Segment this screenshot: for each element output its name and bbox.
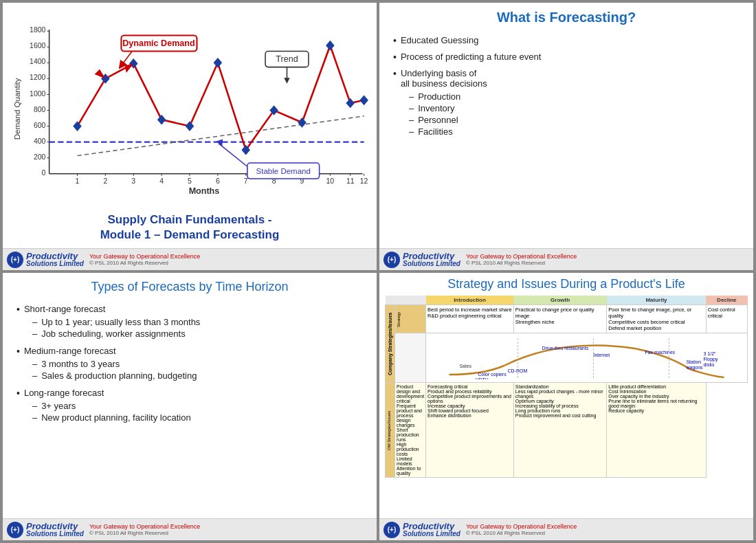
slide2-footer: (+) Productivity Solutions Limited Your …	[379, 248, 753, 270]
svg-text:1200: 1200	[30, 74, 45, 81]
footer-copyright-2: © PSL 2010 All Rights Reserved	[466, 260, 577, 266]
svg-marker-60	[359, 95, 368, 105]
svg-marker-58	[326, 41, 335, 51]
bullet-3: Underlying basis ofall business decision…	[393, 68, 740, 138]
footer-tagline: Your Gateway to Operational Excellence	[89, 253, 200, 260]
slide1-footer: (+) Productivity Solutions Limited Your …	[3, 248, 377, 270]
svg-text:0: 0	[42, 169, 46, 177]
footer-icon-3: (+)	[7, 522, 23, 538]
svg-text:600: 600	[34, 122, 46, 129]
svg-text:12: 12	[360, 177, 368, 185]
footer-logo-3: Productivity Solutions Limited	[26, 522, 84, 538]
svg-text:11: 11	[346, 177, 355, 185]
footer-tagline-3: Your Gateway to Operational Excellence	[89, 523, 200, 530]
svg-marker-53	[186, 121, 194, 131]
issues-decline: Little product differentiationCost minim…	[607, 383, 706, 478]
col-maturity: Maturity	[607, 296, 706, 305]
strategy-row: Company Strategies/Issues Strategy Best …	[386, 305, 748, 333]
svg-text:disks: disks	[704, 362, 715, 367]
svg-text:Internet: Internet	[594, 353, 610, 357]
svg-text:Floppy: Floppy	[704, 357, 719, 362]
footer-icon-2: (+)	[383, 252, 400, 268]
footer-logo-4: Productivity Solutions Limited	[403, 522, 460, 538]
footer-logo: Productivity Solutions Limited	[26, 252, 84, 267]
svg-text:400: 400	[34, 137, 46, 145]
strategy-growth: Practical to change price or quality ima…	[513, 305, 606, 333]
svg-text:800: 800	[34, 106, 46, 113]
issues-maturity: StandardizationLess rapid product change…	[513, 383, 606, 478]
footer-copyright-3: © PSL 2010 All Rights Reserved	[89, 530, 200, 536]
footer-icon-4: (+)	[383, 522, 400, 538]
svg-text:3: 3	[131, 177, 135, 185]
svg-text:1800: 1800	[30, 26, 45, 34]
svg-text:Dynamic Demand: Dynamic Demand	[122, 38, 194, 48]
strategy-decline: Cost control critical	[706, 305, 747, 333]
svg-text:Demand Quantity: Demand Quantity	[13, 78, 21, 140]
slide3-footer: (+) Productivity Solutions Limited Your …	[3, 518, 377, 540]
bullet-medium: Medium-range forecast 3 months to 3 year…	[16, 346, 363, 382]
footer-tagline-4: Your Gateway to Operational Excellence	[466, 523, 577, 530]
svg-marker-62	[125, 63, 134, 73]
svg-text:7: 7	[244, 177, 248, 185]
svg-text:Months: Months	[189, 186, 220, 196]
svg-marker-69	[284, 78, 289, 83]
sub-list-3: Production Inventory Personnel Facilitie…	[409, 91, 487, 137]
svg-text:wagons: wagons	[686, 365, 704, 370]
svg-text:Fax machines: Fax machines	[645, 350, 676, 355]
slide2-bullets: Educated Guessing Process of predicting …	[393, 35, 740, 138]
bullet-1: Educated Guessing	[393, 35, 740, 46]
svg-line-48	[78, 116, 364, 156]
col-decline: Decline	[706, 296, 747, 305]
svg-text:1400: 1400	[30, 58, 45, 65]
svg-text:HDTV: HDTV	[476, 377, 489, 379]
bullet-short: Short-range forecast Up to 1 year; usual…	[16, 304, 363, 340]
svg-marker-52	[157, 115, 166, 125]
slide-2: What is Forecasting? Educated Guessing P…	[379, 3, 753, 270]
chart-area: 1800 1600 1400 1200 1000 800 600 400 200…	[10, 8, 370, 210]
svg-text:4: 4	[159, 177, 164, 185]
svg-text:CD-ROM: CD-ROM	[508, 368, 528, 373]
footer-copyright-4: © PSL 2010 All Rights Reserved	[466, 530, 577, 536]
slide4-title: Strategy and Issues During a Product's L…	[385, 277, 748, 291]
footer-copyright: © PSL 2010 All Rights Reserved	[89, 260, 200, 266]
svg-text:Drive-thru restaurants: Drive-thru restaurants	[542, 346, 589, 351]
svg-line-72	[219, 144, 247, 167]
issues-intro: Product design and development criticalF…	[395, 383, 426, 478]
bullet-long: Long-range forecast 3+ years New product…	[16, 388, 363, 424]
svg-text:1000: 1000	[30, 90, 45, 98]
slide2-title: What is Forecasting?	[393, 10, 740, 25]
slide3-bullets: Short-range forecast Up to 1 year; usual…	[16, 304, 363, 424]
col-growth: Growth	[513, 296, 606, 305]
bullet-2: Process of predicting a future event	[393, 52, 740, 63]
slide3-title: Types of Forecasts by Time Horizon	[16, 280, 363, 294]
slide-3: Types of Forecasts by Time Horizon Short…	[3, 273, 377, 540]
svg-text:1: 1	[76, 177, 80, 185]
svg-text:Stable Demand: Stable Demand	[256, 167, 311, 175]
svg-text:1600: 1600	[30, 42, 45, 49]
svg-text:Station: Station	[687, 359, 702, 364]
svg-text:Sales: Sales	[460, 364, 472, 368]
svg-text:10: 10	[326, 177, 335, 185]
demand-chart: 1800 1600 1400 1200 1000 800 600 400 200…	[10, 8, 370, 210]
svg-marker-57	[298, 118, 307, 128]
svg-text:2: 2	[103, 177, 107, 185]
slide-1: 1800 1600 1400 1200 1000 800 600 400 200…	[3, 3, 377, 270]
slide4-footer: (+) Productivity Solutions Limited Your …	[379, 518, 753, 540]
svg-text:200: 200	[34, 153, 46, 161]
issues-growth: Forecasting criticalProduct and process …	[426, 383, 514, 478]
svg-text:Color copiers: Color copiers	[478, 372, 507, 377]
svg-text:6: 6	[216, 177, 220, 185]
svg-marker-59	[346, 98, 355, 109]
footer-icon: (+)	[7, 252, 23, 268]
issues-row: OM Strategies/Issues Product design and …	[386, 383, 748, 478]
lifecycle-chart-row: Sales Color copiers HDTV CD-ROM Drive-th…	[386, 333, 748, 383]
footer-tagline-2: Your Gateway to Operational Excellence	[466, 253, 577, 260]
svg-marker-61	[95, 69, 106, 79]
svg-text:5: 5	[188, 177, 192, 185]
strategy-maturity: Poor time to change image, price, or qua…	[607, 305, 706, 333]
lifecycle-svg: Sales Color copiers HDTV CD-ROM Drive-th…	[427, 335, 746, 379]
product-lifecycle-table: Introduction Growth Maturity Decline Com…	[385, 296, 748, 478]
slide1-title: Supply Chain Fundamentals - Module 1 – D…	[10, 210, 370, 248]
strategy-intro: Best period to increase market shareR&D …	[426, 305, 514, 333]
slide-4: Strategy and Issues During a Product's L…	[379, 273, 753, 540]
